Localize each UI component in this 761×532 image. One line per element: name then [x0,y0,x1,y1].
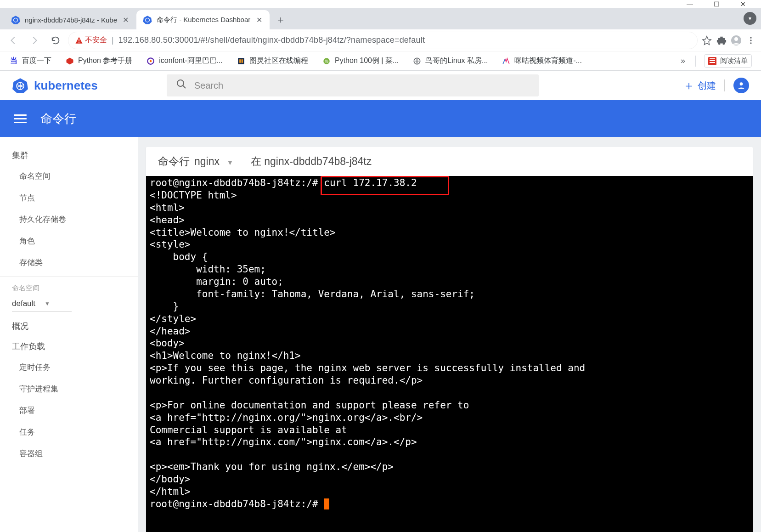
bookmark-label: 鸟哥的Linux 私房... [425,56,488,66]
svg-point-10 [750,42,751,44]
bookmark-label: iconfont-阿里巴巴... [159,56,223,66]
chevron-down-icon: ▼ [45,300,50,307]
browser-tab-0[interactable]: nginx-dbddb74b8-j84tz - Kube ✕ [5,10,136,29]
nav-reload-button[interactable] [47,32,64,49]
svg-line-23 [183,85,186,88]
shell-card-header: 命令行 nginx ▼ 在 nginx-dbddb74b8-j84tz [146,147,753,176]
shell-title-prefix: 命令行 [158,154,190,169]
header-separator [724,79,725,91]
menu-toggle-icon[interactable] [14,112,27,125]
window-minimize-icon[interactable]: — [686,0,694,8]
bookmarks-overflow-icon[interactable]: » [679,56,687,66]
sidebar-item-jobs[interactable]: 任务 [0,421,138,443]
tab-close-icon[interactable]: ✕ [122,16,130,24]
window-controls: — ☐ ✕ [0,0,761,8]
migu-icon [502,57,511,66]
page-title: 命令行 [40,111,76,127]
svg-point-7 [734,37,738,41]
create-button[interactable]: ＋ 创建 [683,79,716,92]
reading-list-button[interactable]: 阅读清单 [704,54,752,68]
bookmarks-separator [695,56,696,67]
sidebar-item-nodes[interactable]: 节点 [0,187,138,209]
tab-title: nginx-dbddb74b8-j84tz - Kube [25,16,117,24]
bookmark-vbird[interactable]: 鸟哥的Linux 私房... [412,56,488,66]
bookmark-label: 图灵社区在线编程 [249,56,308,66]
namespace-select[interactable]: default ▼ [12,299,72,311]
new-tab-button[interactable]: ＋ [272,11,289,28]
sidebar-section-cluster[interactable]: 集群 [0,145,138,165]
tab-search-icon[interactable]: ▾ [744,12,756,25]
bookmark-baidu[interactable]: 当 百度一下 [9,56,51,66]
search-icon [176,79,187,92]
bookmark-star-icon[interactable] [701,35,712,46]
bookmark-iconfont[interactable]: iconfont-阿里巴巴... [146,56,223,66]
svg-rect-14 [238,58,244,64]
svg-point-9 [750,40,751,41]
svg-rect-5 [79,42,79,43]
brand-text: kubernetes [34,79,98,93]
bookmark-turing[interactable]: 图灵社区在线编程 [237,56,308,66]
shell-container-name[interactable]: nginx [194,155,220,168]
tab-close-icon[interactable]: ✕ [255,16,263,24]
svg-marker-11 [67,57,73,64]
reading-list-label: 阅读清单 [720,57,748,65]
reading-list-icon [708,57,716,65]
bookmark-label: Python 参考手册 [78,56,132,66]
terminal-output: <!DOCTYPE html> <html> <head> <title>Wel… [150,190,585,497]
sidebar-item-roles[interactable]: 角色 [0,230,138,252]
app-bar: 命令行 [0,100,761,137]
chevron-down-icon[interactable]: ▼ [227,159,233,166]
search-placeholder: Search [194,80,223,91]
not-secure-label: 不安全 [85,35,107,45]
svg-rect-4 [79,39,79,41]
kubernetes-favicon-icon [11,15,20,24]
shell-in-label: 在 [251,155,261,167]
user-menu-icon[interactable] [733,78,749,93]
baidu-icon: 当 [9,57,18,66]
not-secure-badge[interactable]: 不安全 [75,35,107,45]
svg-rect-15 [239,59,241,63]
address-bar[interactable]: 不安全 | 192.168.80.50:30001/#!/shell/defau… [68,32,698,49]
dashboard-search[interactable]: Search [167,74,539,96]
iconfont-icon [146,57,155,66]
sidebar-item-deployments[interactable]: 部署 [0,400,138,421]
nav-back-button[interactable] [5,32,22,49]
omnibox-separator: | [112,35,114,45]
sidebar-item-storageclasses[interactable]: 存储类 [0,252,138,273]
bookmark-label: 咪咕视频体育频道-... [514,56,582,66]
bookmark-python100[interactable]: 鸟 Python 100例 | 菜... [322,56,399,66]
sidebar-item-namespaces[interactable]: 命名空间 [0,165,138,187]
profile-avatar-icon[interactable] [731,35,742,46]
content-area: 命令行 nginx ▼ 在 nginx-dbddb74b8-j84tz root… [138,137,761,532]
window-maximize-icon[interactable]: ☐ [712,0,721,8]
sidebar-section-workloads[interactable]: 工作负载 [0,336,138,357]
nav-forward-button[interactable] [26,32,43,49]
kubernetes-logo[interactable]: kubernetes [12,77,98,94]
sidebar: 集群 命名空间 节点 持久化存储卷 角色 存储类 命名空间 default ▼ … [0,137,138,532]
browser-menu-icon[interactable] [745,35,756,46]
svg-text:鸟: 鸟 [325,59,328,63]
sidebar-item-daemonsets[interactable]: 守护进程集 [0,378,138,400]
extensions-icon[interactable] [716,35,727,46]
bookmark-migu[interactable]: 咪咕视频体育频道-... [502,56,582,66]
plus-icon: ＋ [683,79,695,91]
browser-tab-strip: nginx-dbddb74b8-j84tz - Kube ✕ 命令行 - Kub… [0,8,761,29]
dashboard-header: kubernetes Search ＋ 创建 [0,71,761,100]
sidebar-item-pods[interactable]: 容器组 [0,443,138,464]
namespace-value: default [12,299,35,308]
terminal[interactable]: root@nginx-dbddb74b8-j84tz:/# curl 172.1… [146,176,753,532]
browser-tab-1[interactable]: 命令行 - Kubernetes Dashboar ✕ [136,10,270,29]
window-close-icon[interactable]: ✕ [739,0,747,8]
sidebar-item-cronjobs[interactable]: 定时任务 [0,357,138,378]
bookmark-python-ref[interactable]: Python 参考手册 [65,56,132,66]
terminal-line: # curl 172.17.38.2 [312,177,417,188]
sidebar-divider [0,276,138,277]
bookmark-label: 百度一下 [22,56,51,66]
svg-point-22 [177,80,184,86]
sidebar-item-pv[interactable]: 持久化存储卷 [0,209,138,230]
svg-point-13 [150,60,152,62]
shell-pod-name: nginx-dbddb74b8-j84tz [264,155,372,167]
svg-marker-0 [11,16,20,24]
sidebar-section-overview[interactable]: 概况 [0,316,138,336]
kubernetes-favicon-icon [143,15,152,24]
